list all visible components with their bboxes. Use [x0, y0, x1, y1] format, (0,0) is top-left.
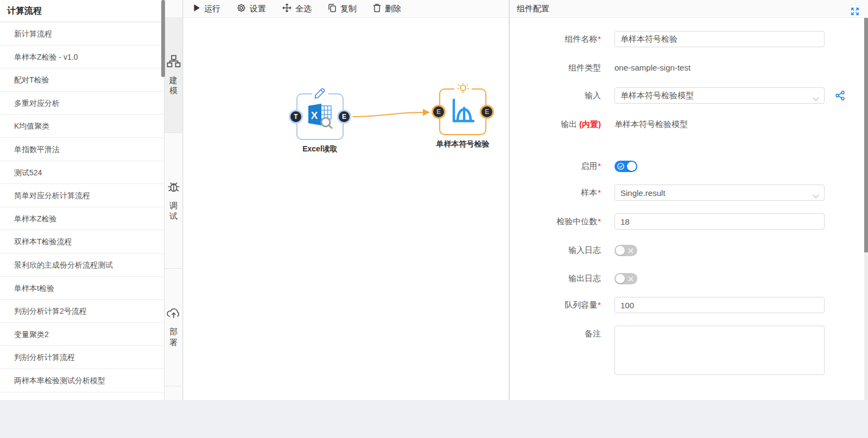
field-row-output-log: 输出日志: [510, 270, 868, 287]
node-sign-test[interactable]: E E 单样本符号检验: [439, 88, 486, 135]
component-name-input[interactable]: [614, 31, 825, 47]
sidebar-title: 计算流程: [0, 0, 164, 22]
delete-button[interactable]: 删除: [373, 3, 401, 14]
field-label: 输入: [510, 87, 601, 104]
field-row-component-name: 组件名称*: [510, 31, 868, 47]
enable-toggle[interactable]: [614, 161, 637, 172]
remark-textarea[interactable]: [614, 326, 825, 375]
share-icon[interactable]: [835, 91, 845, 103]
copy-icon: [328, 3, 337, 14]
sidebar-item-flow[interactable]: 变量聚类2: [0, 323, 164, 346]
field-label: 组件名称*: [510, 31, 601, 47]
flow-canvas[interactable]: X T E Excel读取: [183, 18, 509, 399]
field-row-enable: 启用*: [510, 158, 868, 174]
node-excel-reader[interactable]: X T E Excel读取: [296, 93, 344, 140]
port-e-output[interactable]: E: [337, 110, 351, 124]
sidebar-item-flow[interactable]: 单样本t检验: [0, 277, 164, 300]
config-panel-title: 组件配置: [517, 4, 549, 13]
sidebar-item-flow[interactable]: 双样本T检验流程: [0, 230, 164, 253]
sidebar-item-flow[interactable]: 单样本Z检验 - v1.0: [0, 46, 164, 69]
select-all-button[interactable]: 全选: [282, 3, 312, 14]
settings-button[interactable]: 设置: [237, 3, 266, 14]
excel-icon: X: [306, 103, 334, 131]
sidebar-item-flow[interactable]: 新计算流程: [0, 22, 164, 46]
field-row-input: 输入 单样本符号检验模型: [510, 87, 868, 104]
pencil-icon: [312, 87, 328, 101]
distribution-curve-icon: [448, 96, 478, 128]
output-model-value: 单样本符号检验模型: [614, 116, 688, 132]
rail-tab-debug[interactable]: 调试: [164, 133, 182, 269]
config-panel: 组件配置 组件名称* 组件类型 one-sample-sign-test: [509, 0, 868, 400]
field-row-queue-capacity: 队列容量*: [510, 297, 868, 313]
toggle-knob: [627, 162, 636, 171]
sidebar-item-flow[interactable]: 简单对应分析计算流程: [0, 184, 164, 207]
field-row-remark: 备注: [510, 326, 868, 376]
rail-spacer: [164, 0, 182, 18]
sidebar-item-flow[interactable]: 单指数平滑法: [0, 138, 164, 161]
play-icon: [193, 4, 200, 14]
port-e-input[interactable]: E: [432, 105, 446, 119]
field-label: 输出(内置): [510, 116, 601, 132]
run-label: 运行: [204, 4, 220, 14]
sidebar-item-flow[interactable]: 两样本率检验测试分析模型: [0, 369, 164, 392]
select-all-label: 全选: [295, 4, 312, 14]
canvas-area: 运行 设置 全选: [183, 0, 509, 400]
node-label: Excel读取: [302, 144, 338, 154]
sidebar-item-flow[interactable]: 配对T检验: [0, 68, 164, 92]
input-log-toggle[interactable]: [614, 245, 637, 256]
test-median-input[interactable]: [614, 213, 825, 230]
config-panel-header: 组件配置: [510, 0, 868, 18]
mode-rail: 建模 调试 部署: [164, 0, 183, 400]
field-label: 启用*: [510, 158, 601, 174]
port-t-input[interactable]: T: [289, 110, 303, 124]
canvas-toolbar: 运行 设置 全选: [183, 0, 509, 18]
field-row-sample: 样本* Single.result: [510, 185, 868, 201]
field-row-input-log: 输入日志: [510, 242, 868, 258]
panel-scrollbar-thumb[interactable]: [864, 18, 868, 252]
rail-tab-modeling[interactable]: 建模: [164, 18, 182, 133]
cloud-upload-icon: [167, 307, 181, 321]
sidebar: 计算流程 新计算流程 单样本Z检验 - v1.0 配对T检验 多重对应分析 K均…: [0, 0, 164, 400]
field-label: 备注: [510, 326, 601, 342]
run-button[interactable]: 运行: [193, 4, 220, 14]
sidebar-item-flow[interactable]: 多重对应分析: [0, 92, 164, 115]
field-row-output: 输出(内置) 单样本符号检验模型: [510, 116, 868, 132]
rail-tab-label: 部署: [169, 326, 178, 347]
output-log-toggle[interactable]: [614, 273, 637, 284]
flow-edge: [183, 18, 509, 399]
field-label: 输出日志: [510, 270, 601, 287]
settings-label: 设置: [250, 4, 266, 14]
copy-label: 复制: [340, 4, 357, 14]
copy-button[interactable]: 复制: [328, 3, 357, 14]
sample-select[interactable]: Single.result: [614, 185, 825, 201]
field-row-test-median: 检验中位数*: [510, 213, 868, 230]
queue-capacity-input[interactable]: [614, 297, 825, 313]
field-label: 组件类型: [510, 60, 601, 76]
field-label: 队列容量*: [510, 297, 601, 313]
toggle-knob: [616, 246, 625, 255]
sidebar-item-flow[interactable]: 景利欣的主成份分析流程测试: [0, 253, 164, 277]
sidebar-item-flow[interactable]: K均值聚类: [0, 115, 164, 138]
port-e-output[interactable]: E: [480, 105, 494, 119]
sidebar-item-flow[interactable]: 判别分析计算2号流程: [0, 300, 164, 323]
component-type-value: one-sample-sign-test: [614, 60, 690, 76]
brand-letter: S: [802, 383, 816, 403]
panel-scrollbar-track[interactable]: [864, 252, 868, 400]
select-value: Single.result: [620, 188, 666, 198]
gear-icon: [237, 3, 246, 14]
select-value: 单样本符号检验模型: [620, 91, 694, 101]
trash-icon: [373, 3, 381, 14]
sidebar-item-flow[interactable]: 测试524: [0, 161, 164, 185]
x-icon: [628, 276, 633, 282]
sidebar-scrollbar[interactable]: [161, 0, 165, 77]
config-form: 组件名称* 组件类型 one-sample-sign-test 输入 单样本符号…: [510, 18, 868, 400]
field-label: 检验中位数*: [510, 213, 601, 230]
rail-tab-deploy[interactable]: 部署: [164, 269, 182, 386]
input-model-select[interactable]: 单样本符号检验模型: [614, 87, 825, 104]
move-icon: [282, 3, 292, 14]
sidebar-item-flow[interactable]: 判别分析计算流程: [0, 346, 164, 369]
sidebar-item-flow[interactable]: 单样本Z检验: [0, 207, 164, 231]
app-root: 计算流程 新计算流程 单样本Z检验 - v1.0 配对T检验 多重对应分析 K均…: [0, 0, 868, 438]
bulb-icon: [454, 82, 472, 97]
check-icon: [617, 163, 624, 170]
